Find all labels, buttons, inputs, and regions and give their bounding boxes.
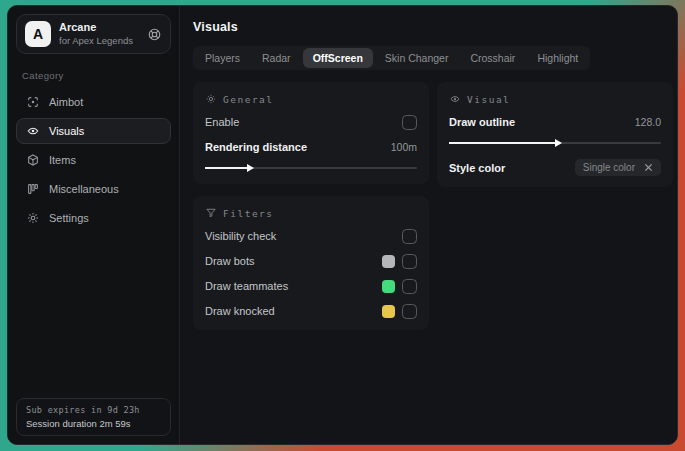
general-section: General Enable Rendering distance 100m — [193, 82, 429, 184]
subscription-info: Sub expires in 9d 23h Session duration 2… — [16, 398, 171, 436]
tab-bar: Players Radar OffScreen Skin Changer Cro… — [193, 46, 590, 70]
app-window: A Arcane for Apex Legends Category — [7, 5, 678, 445]
crosshair-icon — [26, 95, 40, 109]
style-color-selected-option: Single color — [583, 162, 635, 173]
sidebar-item-settings[interactable]: Settings — [16, 205, 171, 231]
sidebar-item-miscellaneous[interactable]: Miscellaneous — [16, 176, 171, 202]
session-duration-text: Session duration 2m 59s — [26, 418, 161, 429]
brand-card: A Arcane for Apex Legends — [16, 14, 171, 54]
eye-scan-icon — [26, 124, 40, 138]
general-section-title: General — [223, 94, 274, 105]
brand-logo: A — [25, 21, 51, 47]
draw-teammates-checkbox[interactable] — [402, 279, 417, 294]
slider-thumb[interactable] — [247, 164, 254, 172]
style-color-label: Style color — [449, 162, 505, 174]
target-icon[interactable] — [147, 27, 162, 42]
gear-icon — [26, 211, 40, 225]
visibility-check-row: Visibility check — [205, 228, 417, 244]
sidebar-item-items[interactable]: Items — [16, 147, 171, 173]
draw-bots-row: Draw bots — [205, 253, 417, 269]
tab-crosshair[interactable]: Crosshair — [460, 48, 525, 68]
draw-knocked-color-swatch[interactable] — [382, 305, 395, 318]
sidebar-item-label: Settings — [49, 212, 89, 224]
sub-expires-text: Sub expires in 9d 23h — [26, 405, 161, 415]
visual-section: Visual Draw outline 128.0 Style color — [437, 82, 673, 187]
content-area: General Enable Rendering distance 100m — [193, 82, 673, 330]
draw-bots-color-swatch[interactable] — [382, 255, 395, 268]
enable-checkbox[interactable] — [402, 115, 417, 130]
filters-section: Filters Visibility check Draw bots — [193, 196, 429, 330]
rendering-distance-label: Rendering distance — [205, 141, 307, 153]
sidebar-item-visuals[interactable]: Visuals — [16, 118, 171, 144]
enable-label: Enable — [205, 116, 239, 128]
sidebar-item-aimbot[interactable]: Aimbot — [16, 89, 171, 115]
draw-knocked-checkbox[interactable] — [402, 304, 417, 319]
category-label: Category — [22, 70, 165, 81]
draw-teammates-color-swatch[interactable] — [382, 280, 395, 293]
draw-outline-slider[interactable] — [449, 138, 661, 148]
funnel-icon — [205, 207, 217, 219]
filters-section-title: Filters — [223, 208, 274, 219]
visibility-check-checkbox[interactable] — [402, 229, 417, 244]
sidebar-item-label: Miscellaneous — [49, 183, 119, 195]
draw-outline-value: 128.0 — [635, 116, 661, 128]
slider-thumb[interactable] — [555, 139, 562, 147]
tab-highlight[interactable]: Highlight — [527, 48, 588, 68]
eye-icon — [449, 93, 461, 105]
box-icon — [26, 153, 40, 167]
draw-outline-label: Draw outline — [449, 116, 515, 128]
draw-outline-row: Draw outline 128.0 — [449, 114, 661, 130]
main-panel: Visuals Players Radar OffScreen Skin Cha… — [180, 6, 678, 444]
draw-teammates-row: Draw teammates — [205, 278, 417, 294]
draw-bots-checkbox[interactable] — [402, 254, 417, 269]
tab-radar[interactable]: Radar — [252, 48, 301, 68]
page-title: Visuals — [193, 20, 673, 34]
rendering-distance-row: Rendering distance 100m — [205, 139, 417, 155]
style-color-select[interactable]: Single color — [575, 159, 661, 176]
brand-subtitle: for Apex Legends — [59, 35, 133, 46]
close-icon[interactable] — [644, 163, 653, 172]
sidebar-item-label: Items — [49, 154, 76, 166]
brand-name: Arcane — [59, 21, 133, 34]
sun-icon — [205, 93, 217, 105]
sidebar: A Arcane for Apex Legends Category — [8, 6, 180, 444]
style-color-row: Style color Single color — [449, 159, 661, 176]
columns-icon — [26, 182, 40, 196]
rendering-distance-value: 100m — [391, 141, 417, 153]
tab-skin-changer[interactable]: Skin Changer — [375, 48, 459, 68]
sidebar-item-label: Visuals — [49, 125, 84, 137]
rendering-distance-slider[interactable] — [205, 163, 417, 173]
visual-section-title: Visual — [467, 94, 510, 105]
tab-offscreen[interactable]: OffScreen — [303, 48, 373, 68]
sidebar-nav: Aimbot Visuals Items — [16, 89, 171, 231]
draw-knocked-row: Draw knocked — [205, 303, 417, 319]
sidebar-item-label: Aimbot — [49, 96, 83, 108]
enable-row: Enable — [205, 114, 417, 130]
tab-players[interactable]: Players — [195, 48, 250, 68]
